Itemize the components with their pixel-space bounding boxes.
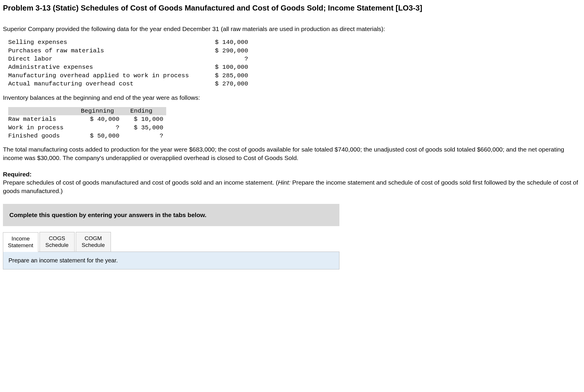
required-label: Required: bbox=[3, 171, 32, 178]
inv-header-row: Beginning Ending bbox=[8, 107, 166, 115]
inv-ending: ? bbox=[119, 132, 163, 140]
problem-title: Problem 3-13 (Static) Schedules of Cost … bbox=[3, 3, 581, 13]
inventory-table: Beginning Ending Raw materials $ 40,000 … bbox=[8, 107, 166, 140]
inv-header-beginning: Beginning bbox=[75, 107, 119, 115]
data-label: Purchases of raw materials bbox=[8, 47, 201, 55]
data-value: $ 285,000 bbox=[201, 72, 248, 80]
inv-beginning: $ 40,000 bbox=[75, 115, 119, 123]
data-label: Administrative expenses bbox=[8, 63, 201, 71]
tab-line2: Schedule bbox=[82, 242, 105, 249]
inv-label: Raw materials bbox=[8, 115, 75, 123]
data-row: Manufacturing overhead applied to work i… bbox=[8, 72, 581, 80]
inv-beginning: ? bbox=[75, 124, 119, 132]
inv-row: Work in process ? $ 35,000 bbox=[8, 124, 166, 132]
required-block: Required: Prepare schedules of cost of g… bbox=[3, 170, 581, 195]
tab-content: Prepare an income statement for the year… bbox=[3, 252, 339, 269]
data-row: Purchases of raw materials $ 290,000 bbox=[8, 47, 581, 55]
tab-line1: COGM bbox=[85, 235, 102, 242]
data-list: Selling expenses $ 140,000 Purchases of … bbox=[8, 38, 581, 88]
tab-line2: Statement bbox=[8, 242, 33, 249]
tab-line1: Income bbox=[11, 235, 30, 242]
narrative-paragraph: The total manufacturing costs added to p… bbox=[3, 145, 581, 162]
answer-area: Complete this question by entering your … bbox=[3, 204, 339, 269]
data-label: Selling expenses bbox=[8, 38, 201, 47]
required-text-1: Prepare schedules of cost of goods manuf… bbox=[3, 179, 278, 186]
inv-beginning: $ 50,000 bbox=[75, 132, 119, 140]
inv-label: Work in process bbox=[8, 124, 75, 132]
intro-text: Superior Company provided the following … bbox=[3, 25, 581, 33]
data-label: Manufacturing overhead applied to work i… bbox=[8, 72, 201, 80]
hint-label: Hint: bbox=[278, 179, 291, 186]
tab-line2: Schedule bbox=[45, 242, 68, 249]
data-label: Actual manufacturing overhead cost bbox=[8, 80, 201, 88]
inv-header-ending: Ending bbox=[119, 107, 163, 115]
tab-cogs-schedule[interactable]: COGS Schedule bbox=[39, 232, 75, 252]
tab-cogm-schedule[interactable]: COGM Schedule bbox=[76, 232, 111, 252]
data-row: Actual manufacturing overhead cost $ 270… bbox=[8, 80, 581, 88]
data-value: $ 140,000 bbox=[201, 38, 248, 47]
data-value: $ 100,000 bbox=[201, 63, 248, 71]
inv-row: Raw materials $ 40,000 $ 10,000 bbox=[8, 115, 166, 123]
data-row: Administrative expenses $ 100,000 bbox=[8, 63, 581, 71]
data-value: ? bbox=[201, 55, 248, 63]
data-value: $ 290,000 bbox=[201, 47, 248, 55]
instruction-bar: Complete this question by entering your … bbox=[3, 204, 339, 226]
inv-ending: $ 10,000 bbox=[119, 115, 163, 123]
tab-income-statement[interactable]: Income Statement bbox=[3, 232, 38, 252]
inv-ending: $ 35,000 bbox=[119, 124, 163, 132]
tab-line1: COGS bbox=[49, 235, 65, 242]
data-label: Direct labor bbox=[8, 55, 201, 63]
data-row: Selling expenses $ 140,000 bbox=[8, 38, 581, 47]
inventory-subhead: Inventory balances at the beginning and … bbox=[3, 94, 581, 102]
inv-header-blank bbox=[8, 107, 75, 115]
data-value: $ 270,000 bbox=[201, 80, 248, 88]
inv-row: Finished goods $ 50,000 ? bbox=[8, 132, 166, 140]
tab-bar: Income Statement COGS Schedule COGM Sche… bbox=[3, 232, 339, 252]
data-row: Direct labor ? bbox=[8, 55, 581, 63]
inv-label: Finished goods bbox=[8, 132, 75, 140]
